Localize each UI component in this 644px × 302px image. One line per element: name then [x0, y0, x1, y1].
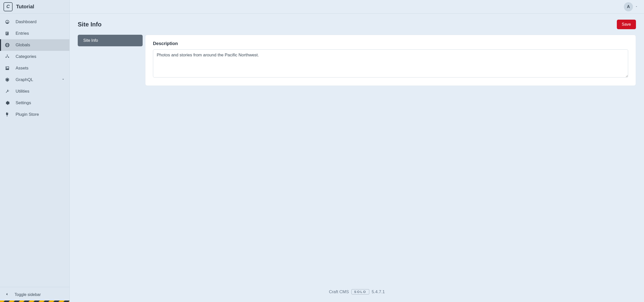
nav-label: Globals	[16, 43, 30, 48]
footer: Craft CMS SOLO 5.4.7.1	[78, 284, 636, 297]
graphql-icon	[5, 77, 10, 82]
nav-item-graphql[interactable]: GraphQL	[0, 74, 69, 86]
brand-title: Tutorial	[16, 4, 34, 10]
nav-label: Categories	[16, 54, 36, 59]
nav-item-utilities[interactable]: Utilities	[0, 86, 69, 97]
brand-badge: C	[4, 2, 13, 11]
nav-item-settings[interactable]: Settings	[0, 97, 69, 109]
nav-item-categories[interactable]: Categories	[0, 51, 69, 62]
nav-label: Dashboard	[16, 19, 36, 24]
nav-label: Settings	[16, 100, 31, 105]
nav-item-plugin-store[interactable]: Plugin Store	[0, 109, 69, 120]
edition-badge: SOLO	[351, 289, 369, 294]
save-button[interactable]: Save	[617, 20, 636, 29]
nav-item-globals[interactable]: Globals	[0, 39, 69, 51]
workspace: Site Info Description	[78, 35, 636, 86]
nav-item-assets[interactable]: Assets	[0, 62, 69, 74]
topbar: A	[70, 0, 644, 14]
content: Site Info Save Site Info Description Cra…	[70, 14, 644, 302]
toggle-sidebar-button[interactable]: Toggle sidebar	[0, 287, 69, 302]
sidebar: C Tutorial Dashboard Entries Globals	[0, 0, 70, 302]
nav-item-entries[interactable]: Entries	[0, 28, 69, 39]
avatar: A	[624, 2, 633, 11]
chevron-down-icon	[61, 78, 65, 82]
chevron-down-icon	[635, 5, 638, 9]
description-label: Description	[153, 41, 628, 46]
source-panel: Site Info	[78, 35, 143, 46]
source-item-site-info[interactable]: Site Info	[78, 36, 143, 45]
gauge-icon	[5, 19, 10, 24]
nav-label: GraphQL	[16, 77, 33, 82]
version: 5.4.7.1	[372, 289, 385, 294]
wrench-icon	[5, 89, 10, 94]
nav-label: Assets	[16, 66, 28, 71]
main: A Site Info Save Site Info Description	[70, 0, 644, 302]
sidebar-header[interactable]: C Tutorial	[0, 0, 69, 14]
sitemap-icon	[5, 54, 10, 59]
globe-icon	[5, 43, 10, 48]
nav-label: Utilities	[16, 89, 29, 94]
chevron-left-icon	[5, 292, 9, 297]
plug-icon	[5, 112, 10, 117]
description-input[interactable]	[153, 49, 628, 78]
nav-label: Entries	[16, 31, 29, 36]
toggle-sidebar-label: Toggle sidebar	[15, 292, 41, 297]
page-title: Site Info	[78, 21, 102, 28]
newspaper-icon	[5, 31, 10, 36]
gear-icon	[5, 100, 10, 105]
product-name: Craft CMS	[329, 289, 349, 294]
nav-label: Plugin Store	[16, 112, 39, 117]
nav-item-dashboard[interactable]: Dashboard	[0, 16, 69, 28]
page-header: Site Info Save	[78, 20, 636, 29]
user-menu-button[interactable]: A	[624, 2, 638, 11]
primary-nav: Dashboard Entries Globals Categories	[0, 14, 69, 287]
dev-mode-stripe	[0, 300, 69, 302]
edit-card: Description	[145, 35, 636, 86]
image-icon	[5, 66, 10, 71]
